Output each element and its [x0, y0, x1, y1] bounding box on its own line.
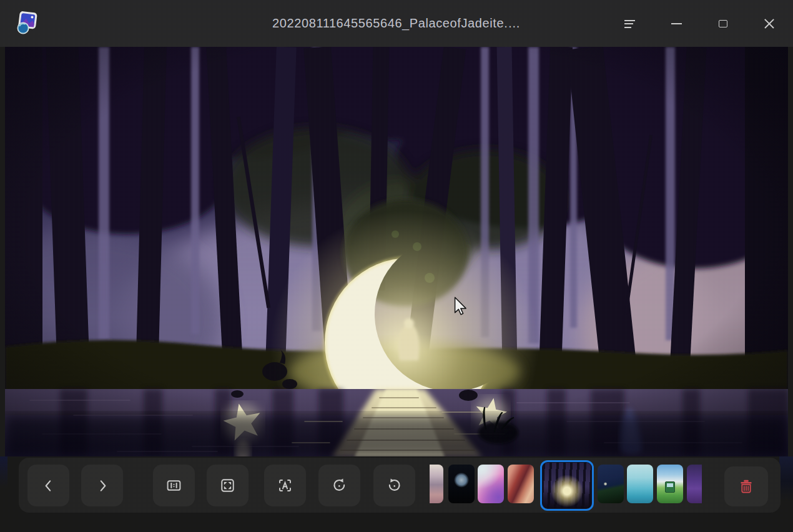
- moon-forest-artwork: [5, 47, 788, 456]
- thumbnail-moon-forest-selected[interactable]: [540, 460, 594, 511]
- close-icon: [764, 18, 775, 29]
- trash-icon: [737, 478, 755, 495]
- fit-to-screen-button[interactable]: [207, 465, 249, 506]
- one-to-one-icon: [165, 477, 182, 494]
- thumbnail-pastel-figure[interactable]: [430, 465, 443, 503]
- rotate-right-button[interactable]: [373, 465, 415, 506]
- next-image-button[interactable]: [81, 465, 123, 506]
- text-recognition-button[interactable]: [264, 465, 306, 506]
- bottom-left-backdrop: [0, 456, 7, 488]
- thumbnail-strip: [430, 460, 702, 511]
- image-canvas[interactable]: [5, 47, 788, 456]
- rotate-cw-icon: [386, 477, 403, 494]
- fit-screen-icon: [219, 477, 236, 494]
- previous-image-button[interactable]: [27, 465, 69, 506]
- thumbnail-red-drapery[interactable]: [508, 465, 534, 503]
- title-bar: 202208111645565646_PalaceofJadeite.…: [0, 0, 793, 47]
- app-logo-icon: [16, 11, 37, 36]
- delete-button[interactable]: [724, 466, 768, 506]
- thumbnail-planet-night[interactable]: [448, 465, 475, 503]
- hamburger-icon: [624, 20, 635, 28]
- close-button[interactable]: [754, 9, 785, 39]
- bus-stop-shape: [665, 481, 675, 493]
- thumbnail-teal-lake[interactable]: [627, 465, 653, 503]
- actual-size-button[interactable]: [153, 465, 195, 506]
- thumbnail-purple-night[interactable]: [687, 465, 702, 503]
- chevron-right-icon: [94, 478, 111, 494]
- photo-viewer-window: 202208111645565646_PalaceofJadeite.…: [0, 0, 793, 532]
- bottom-right-backdrop: [779, 456, 793, 501]
- minimize-button[interactable]: [661, 9, 692, 39]
- maximize-icon: [719, 20, 727, 27]
- rotate-left-button[interactable]: [318, 465, 360, 506]
- menu-button[interactable]: [614, 9, 645, 39]
- thumbnail-art: [543, 463, 591, 508]
- thumbnail-meadow-bus-stop[interactable]: [657, 465, 683, 503]
- ocr-a-icon: [277, 477, 293, 494]
- maximize-button[interactable]: [707, 9, 739, 39]
- minimize-icon: [671, 23, 682, 24]
- thumbnail-starry-field[interactable]: [598, 465, 624, 503]
- thumbnail-pink-sunset[interactable]: [478, 465, 504, 503]
- chevron-left-icon: [41, 478, 57, 494]
- rotate-ccw-icon: [331, 477, 348, 494]
